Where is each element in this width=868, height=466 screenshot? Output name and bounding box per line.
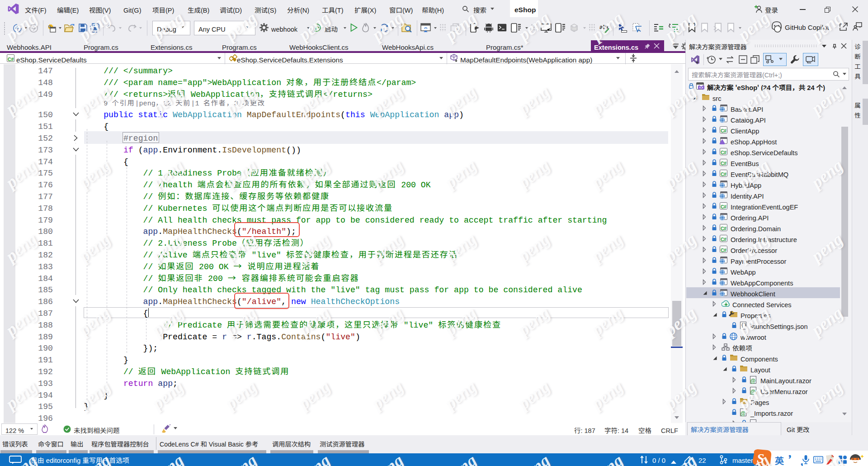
svg-text:S: S xyxy=(757,451,764,466)
